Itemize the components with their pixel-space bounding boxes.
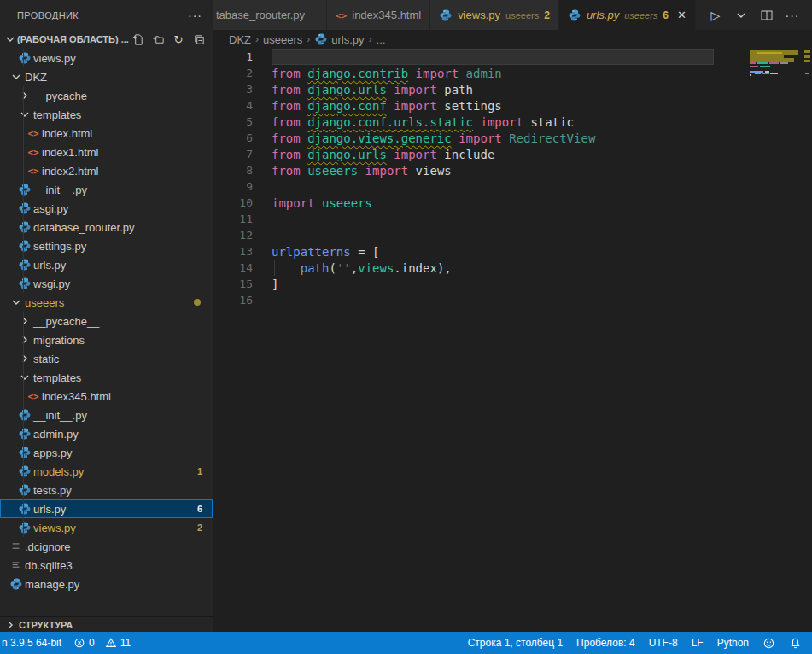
tree-file-admin.py[interactable]: admin.py — [0, 424, 213, 443]
html-file-icon: <> — [26, 147, 41, 158]
chevron-right-icon[interactable] — [17, 352, 32, 365]
tree-file-wsgi.py[interactable]: wsgi.py — [0, 274, 213, 293]
code-editor[interactable]: 12from django.contrib import admin3from … — [213, 49, 812, 632]
indent-guide — [23, 349, 24, 368]
explorer-title: ПРОВОДНИК — [17, 10, 188, 20]
breadcrumb-item-...[interactable]: ... — [377, 33, 386, 46]
tree-item-label: templates — [32, 371, 213, 384]
python-interpreter-item[interactable]: n 3.9.5 64-bit — [2, 637, 61, 649]
new-folder-icon[interactable] — [149, 31, 166, 48]
tab-index345.html[interactable]: <>index345.html — [327, 0, 430, 30]
tree-folder-__pycache__[interactable]: __pycache__ — [0, 86, 213, 105]
line-number: 1 — [213, 50, 253, 63]
tree-file-index.html[interactable]: <>index.html — [0, 124, 213, 143]
html-file-icon: <> — [336, 9, 347, 21]
cursor-position-item[interactable]: Строка 1, столбец 1 — [468, 637, 563, 649]
tree-folder-migrations[interactable]: migrations — [0, 330, 213, 349]
eol-item[interactable]: LF — [692, 637, 704, 649]
encoding-item[interactable]: UTF-8 — [649, 637, 678, 649]
tree-file-manage.py[interactable]: manage.py — [0, 575, 213, 593]
chevron-down-icon[interactable] — [9, 70, 24, 84]
code-line-9: 9 — [213, 178, 812, 195]
explorer-more-actions-icon[interactable]: ··· — [188, 9, 202, 22]
run-dropdown-button[interactable] — [732, 6, 751, 25]
tree-file-urls.py[interactable]: urls.py — [0, 255, 213, 274]
indent-guide — [23, 161, 24, 180]
breadcrumb-item-useeers[interactable]: useeers — [263, 33, 302, 46]
tree-item-label: static — [32, 353, 213, 365]
tree-file-settings.py[interactable]: settings.py — [0, 236, 213, 255]
warning-triangle-icon — [105, 637, 117, 649]
refresh-icon[interactable]: ↻ — [170, 31, 187, 48]
indent-guide — [23, 86, 24, 105]
tab-views.py[interactable]: views.pyuseeers2 — [430, 0, 559, 30]
tree-folder-static[interactable]: static — [0, 349, 213, 368]
tree-file-apps.py[interactable]: apps.py — [0, 443, 213, 462]
tree-file-views.py[interactable]: views.py — [0, 49, 213, 67]
status-bar-right: Строка 1, столбец 1 Пробелов: 4 UTF-8 LF… — [468, 637, 812, 650]
run-python-file-button[interactable]: ▷ — [706, 6, 725, 25]
breadcrumb-item-DKZ[interactable]: DKZ — [229, 33, 251, 46]
tree-item-label: database_roouter.py — [32, 221, 213, 234]
code-line-content: from django.urls import path — [272, 83, 812, 96]
chevron-right-icon[interactable] — [17, 333, 32, 347]
code-line-6: 6from django.views.generic import Redire… — [213, 130, 812, 146]
tree-file-.dcignore[interactable]: .dcignore — [0, 537, 213, 556]
file-tree: views.pyDKZ__pycache__templates<>index.h… — [0, 49, 213, 616]
code-line-3: 3from django.urls import path — [213, 81, 812, 97]
python-file-icon — [17, 464, 32, 478]
chevron-right-icon[interactable] — [17, 314, 32, 328]
tree-folder-DKZ[interactable]: DKZ — [0, 67, 213, 86]
tree-file-__init__.py[interactable]: __init__.py — [0, 180, 213, 199]
tree-file-models.py[interactable]: models.py1 — [0, 462, 213, 481]
new-file-icon[interactable] — [129, 31, 146, 48]
tree-file-database_roouter.py[interactable]: database_roouter.py — [0, 218, 213, 236]
tree-folder-__pycache__[interactable]: __pycache__ — [0, 312, 213, 330]
chevron-down-icon[interactable] — [17, 371, 32, 384]
code-line-13: 13urlpatterns = [ — [213, 243, 812, 260]
more-actions-button[interactable]: ··· — [783, 6, 802, 25]
indentation-item[interactable]: Пробелов: 4 — [576, 637, 635, 649]
chevron-right-icon[interactable] — [3, 618, 17, 632]
notifications-bell-icon[interactable] — [789, 637, 802, 650]
tree-file-tests.py[interactable]: tests.py — [0, 481, 213, 499]
tab-urls.py[interactable]: urls.pyuseeers6✕ — [559, 0, 696, 30]
line-number: 14 — [213, 261, 253, 274]
tree-folder-templates[interactable]: templates — [0, 368, 213, 387]
status-bar: n 3.9.5 64-bit 011 Строка 1, столбец 1 П… — [0, 632, 812, 654]
tree-file-db.sqlite3[interactable]: db.sqlite3 — [0, 556, 213, 575]
breadcrumb-item-urls.py[interactable]: urls.py — [314, 32, 364, 46]
indent-guide — [23, 255, 24, 274]
feedback-smiley-icon[interactable] — [762, 637, 775, 650]
tree-folder-useeers[interactable]: useeers — [0, 293, 213, 312]
html-file-icon: <> — [26, 166, 41, 177]
tree-item-label: DKZ — [24, 71, 213, 84]
close-icon[interactable]: ✕ — [677, 9, 686, 21]
workspace-section-label: (РАБОЧАЯ ОБЛАСТЬ) ... — [17, 34, 129, 44]
tree-item-label: settings.py — [32, 240, 213, 253]
collapse-all-icon[interactable] — [190, 31, 207, 48]
code-line-8: 8from useeers import views — [213, 162, 812, 178]
chevron-right-icon[interactable] — [17, 89, 32, 102]
chevron-down-icon[interactable] — [9, 295, 24, 309]
outline-section-header[interactable]: СТРУКТУРА — [0, 616, 213, 632]
tree-file-__init__.py[interactable]: __init__.py — [0, 406, 213, 424]
tree-file-index2.html[interactable]: <>index2.html — [0, 161, 213, 180]
tree-file-index345.html[interactable]: <>index345.html — [0, 387, 213, 406]
html-file-icon: <> — [26, 128, 41, 139]
code-line-content: urlpatterns = [ — [272, 245, 812, 259]
tree-file-urls.py[interactable]: urls.py6 — [0, 499, 213, 518]
tree-file-index1.html[interactable]: <>index1.html — [0, 143, 213, 161]
language-mode-item[interactable]: Python — [717, 637, 749, 649]
minimap-mark — [780, 62, 788, 64]
problems-item[interactable]: 011 — [73, 637, 131, 649]
workspace-section-header[interactable]: (РАБОЧАЯ ОБЛАСТЬ) ... ↻ — [0, 30, 213, 49]
split-editor-button[interactable] — [757, 6, 776, 25]
tree-folder-templates[interactable]: templates — [0, 105, 213, 124]
code-line-content: from django.views.generic import Redirec… — [272, 131, 812, 145]
chevron-down-icon[interactable] — [17, 108, 32, 121]
chevron-down-icon[interactable] — [3, 32, 17, 46]
tree-file-views.py[interactable]: views.py2 — [0, 518, 213, 537]
tree-file-asgi.py[interactable]: asgi.py — [0, 199, 213, 218]
tab-tabase_roouter.py[interactable]: tabase_roouter.py — [213, 0, 327, 30]
